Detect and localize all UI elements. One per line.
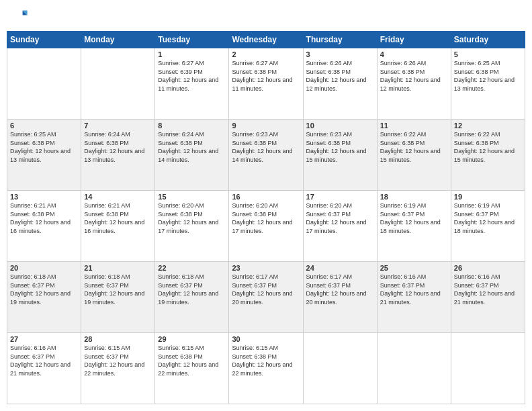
day-number: 1 [158,50,226,58]
day-info: Sunrise: 6:21 AM Sunset: 6:38 PM Dayligh… [10,201,78,235]
calendar-week-row: 20Sunrise: 6:18 AM Sunset: 6:37 PM Dayli… [7,262,525,333]
calendar-day-cell: 17Sunrise: 6:20 AM Sunset: 6:37 PM Dayli… [303,191,377,262]
day-number: 8 [158,122,226,130]
calendar-day-cell: 9Sunrise: 6:23 AM Sunset: 6:38 PM Daylig… [229,120,303,191]
calendar-day-header: Sunday [7,32,81,48]
day-number: 9 [232,122,300,130]
day-number: 28 [84,335,152,343]
calendar-day-cell: 22Sunrise: 6:18 AM Sunset: 6:37 PM Dayli… [155,262,229,333]
calendar-day-cell: 7Sunrise: 6:24 AM Sunset: 6:38 PM Daylig… [81,120,155,191]
calendar-day-cell: 8Sunrise: 6:24 AM Sunset: 6:38 PM Daylig… [155,120,229,191]
calendar-day-header: Monday [81,32,155,48]
day-info: Sunrise: 6:15 AM Sunset: 6:38 PM Dayligh… [158,344,226,377]
calendar-day-cell [81,48,155,120]
day-info: Sunrise: 6:25 AM Sunset: 6:38 PM Dayligh… [454,59,522,93]
day-number: 22 [158,264,226,272]
day-info: Sunrise: 6:20 AM Sunset: 6:38 PM Dayligh… [232,201,300,235]
day-info: Sunrise: 6:15 AM Sunset: 6:38 PM Dayligh… [232,344,300,377]
calendar-day-cell: 19Sunrise: 6:19 AM Sunset: 6:37 PM Dayli… [451,191,525,262]
header [7,7,525,26]
day-info: Sunrise: 6:18 AM Sunset: 6:37 PM Dayligh… [10,273,78,306]
calendar-day-cell: 14Sunrise: 6:21 AM Sunset: 6:38 PM Dayli… [81,191,155,262]
calendar-day-cell: 5Sunrise: 6:25 AM Sunset: 6:38 PM Daylig… [451,48,525,120]
calendar-week-row: 1Sunrise: 6:27 AM Sunset: 6:39 PM Daylig… [7,48,525,120]
day-info: Sunrise: 6:21 AM Sunset: 6:38 PM Dayligh… [84,201,152,235]
day-info: Sunrise: 6:24 AM Sunset: 6:38 PM Dayligh… [158,130,226,164]
calendar-day-cell: 24Sunrise: 6:17 AM Sunset: 6:37 PM Dayli… [303,262,377,333]
calendar-day-cell [451,333,525,404]
day-number: 24 [306,264,374,272]
day-info: Sunrise: 6:27 AM Sunset: 6:39 PM Dayligh… [158,59,226,93]
logo [9,7,31,26]
calendar-day-header: Saturday [451,32,525,48]
calendar-day-cell [377,333,451,404]
calendar-day-header: Thursday [303,32,377,48]
day-info: Sunrise: 6:26 AM Sunset: 6:38 PM Dayligh… [306,59,374,93]
calendar-day-cell: 13Sunrise: 6:21 AM Sunset: 6:38 PM Dayli… [7,191,81,262]
day-info: Sunrise: 6:26 AM Sunset: 6:38 PM Dayligh… [380,59,448,93]
day-number: 7 [84,122,152,130]
calendar-day-cell: 11Sunrise: 6:22 AM Sunset: 6:38 PM Dayli… [377,120,451,191]
calendar-day-cell: 6Sunrise: 6:25 AM Sunset: 6:38 PM Daylig… [7,120,81,191]
calendar-day-cell: 10Sunrise: 6:23 AM Sunset: 6:38 PM Dayli… [303,120,377,191]
calendar-day-cell: 29Sunrise: 6:15 AM Sunset: 6:38 PM Dayli… [155,333,229,404]
calendar-day-cell: 25Sunrise: 6:16 AM Sunset: 6:37 PM Dayli… [377,262,451,333]
calendar-table: SundayMondayTuesdayWednesdayThursdayFrid… [7,31,525,404]
calendar-day-cell: 2Sunrise: 6:27 AM Sunset: 6:38 PM Daylig… [229,48,303,120]
calendar-day-cell: 28Sunrise: 6:15 AM Sunset: 6:37 PM Dayli… [81,333,155,404]
calendar-week-row: 13Sunrise: 6:21 AM Sunset: 6:38 PM Dayli… [7,191,525,262]
day-number: 17 [306,193,374,201]
day-info: Sunrise: 6:18 AM Sunset: 6:37 PM Dayligh… [84,273,152,306]
day-number: 12 [454,122,522,130]
day-number: 23 [232,264,300,272]
day-info: Sunrise: 6:19 AM Sunset: 6:37 PM Dayligh… [454,201,522,235]
day-info: Sunrise: 6:22 AM Sunset: 6:38 PM Dayligh… [380,130,448,164]
day-info: Sunrise: 6:23 AM Sunset: 6:38 PM Dayligh… [232,130,300,164]
calendar-day-cell: 21Sunrise: 6:18 AM Sunset: 6:37 PM Dayli… [81,262,155,333]
day-number: 16 [232,193,300,201]
day-info: Sunrise: 6:23 AM Sunset: 6:38 PM Dayligh… [306,130,374,164]
day-info: Sunrise: 6:27 AM Sunset: 6:38 PM Dayligh… [232,59,300,93]
calendar-week-row: 27Sunrise: 6:16 AM Sunset: 6:37 PM Dayli… [7,333,525,404]
day-info: Sunrise: 6:17 AM Sunset: 6:37 PM Dayligh… [232,273,300,306]
day-info: Sunrise: 6:18 AM Sunset: 6:37 PM Dayligh… [158,273,226,306]
calendar-day-cell: 16Sunrise: 6:20 AM Sunset: 6:38 PM Dayli… [229,191,303,262]
day-number: 20 [10,264,78,272]
day-info: Sunrise: 6:24 AM Sunset: 6:38 PM Dayligh… [84,130,152,164]
day-number: 18 [380,193,448,201]
day-info: Sunrise: 6:16 AM Sunset: 6:37 PM Dayligh… [10,344,78,377]
day-number: 30 [232,335,300,343]
calendar-day-cell: 12Sunrise: 6:22 AM Sunset: 6:38 PM Dayli… [451,120,525,191]
calendar-day-header: Wednesday [229,32,303,48]
day-number: 4 [380,50,448,58]
calendar-day-cell: 4Sunrise: 6:26 AM Sunset: 6:38 PM Daylig… [377,48,451,120]
calendar-header-row: SundayMondayTuesdayWednesdayThursdayFrid… [7,32,525,48]
calendar-day-cell: 1Sunrise: 6:27 AM Sunset: 6:39 PM Daylig… [155,48,229,120]
calendar-week-row: 6Sunrise: 6:25 AM Sunset: 6:38 PM Daylig… [7,120,525,191]
day-number: 11 [380,122,448,130]
calendar-day-header: Tuesday [155,32,229,48]
day-info: Sunrise: 6:22 AM Sunset: 6:38 PM Dayligh… [454,130,522,164]
day-number: 29 [158,335,226,343]
day-info: Sunrise: 6:16 AM Sunset: 6:37 PM Dayligh… [380,273,448,306]
calendar-day-cell: 20Sunrise: 6:18 AM Sunset: 6:37 PM Dayli… [7,262,81,333]
day-number: 26 [454,264,522,272]
day-number: 14 [84,193,152,201]
calendar-day-cell: 3Sunrise: 6:26 AM Sunset: 6:38 PM Daylig… [303,48,377,120]
day-number: 3 [306,50,374,58]
day-number: 6 [10,122,78,130]
day-number: 27 [10,335,78,343]
day-info: Sunrise: 6:25 AM Sunset: 6:38 PM Dayligh… [10,130,78,164]
day-info: Sunrise: 6:17 AM Sunset: 6:37 PM Dayligh… [306,273,374,306]
logo-icon [9,7,28,26]
calendar-day-cell: 15Sunrise: 6:20 AM Sunset: 6:38 PM Dayli… [155,191,229,262]
day-number: 15 [158,193,226,201]
day-number: 2 [232,50,300,58]
calendar-day-cell: 18Sunrise: 6:19 AM Sunset: 6:37 PM Dayli… [377,191,451,262]
calendar-day-cell: 30Sunrise: 6:15 AM Sunset: 6:38 PM Dayli… [229,333,303,404]
calendar-day-cell: 26Sunrise: 6:16 AM Sunset: 6:37 PM Dayli… [451,262,525,333]
day-number: 10 [306,122,374,130]
page: SundayMondayTuesdayWednesdayThursdayFrid… [0,0,532,411]
day-number: 5 [454,50,522,58]
day-number: 21 [84,264,152,272]
